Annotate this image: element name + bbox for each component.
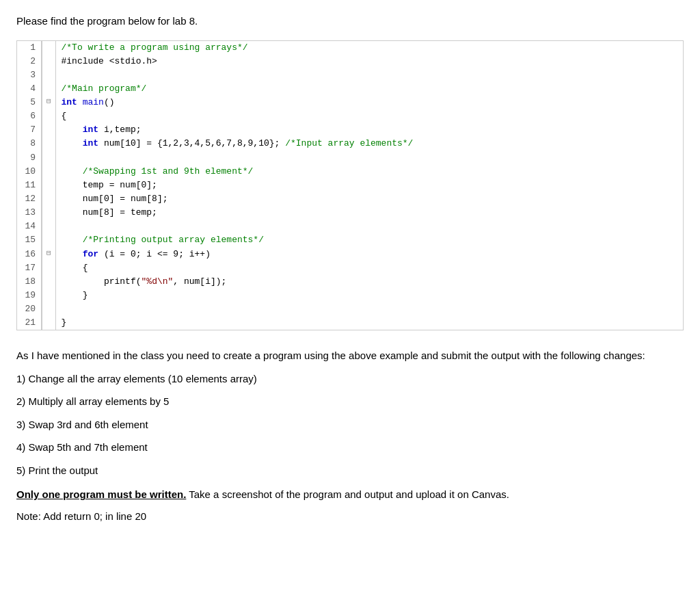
line-code: for (i = 0; i <= 9; i++) xyxy=(55,248,683,261)
line-gutter xyxy=(42,151,55,165)
line-number: 12 xyxy=(17,192,42,206)
code-line: 12 num[0] = num[8]; xyxy=(17,192,683,206)
line-code: printf("%d\n", num[i]); xyxy=(55,275,683,289)
line-gutter xyxy=(42,261,55,275)
code-line: 15 /*Printing output array elements*/ xyxy=(17,233,683,247)
line-gutter xyxy=(42,302,55,316)
line-number: 15 xyxy=(17,233,42,247)
line-number: 16 xyxy=(17,248,42,261)
line-code: int num[10] = {1,2,3,4,5,6,7,8,9,10}; /*… xyxy=(55,137,683,150)
task-2: 2) Multiply all array elements by 5 xyxy=(16,393,684,410)
line-number: 19 xyxy=(17,289,42,302)
line-code: { xyxy=(55,261,683,275)
line-number: 21 xyxy=(17,316,42,330)
line-code: /*Printing output array elements*/ xyxy=(55,233,683,247)
task-3: 3) Swap 3rd and 6th element xyxy=(16,416,684,434)
code-line: 8 int num[10] = {1,2,3,4,5,6,7,8,9,10}; … xyxy=(17,137,683,150)
code-line: 17 { xyxy=(17,261,683,275)
code-line: 5⊟int main() xyxy=(17,96,683,109)
line-code: /*To write a program using arrays*/ xyxy=(55,41,683,55)
line-gutter xyxy=(42,206,55,220)
line-code xyxy=(55,151,683,165)
line-code: /*Swapping 1st and 9th element*/ xyxy=(55,165,683,179)
line-gutter xyxy=(42,289,55,302)
line-code xyxy=(55,302,683,316)
line-number: 10 xyxy=(17,165,42,179)
note-line: Note: Add return 0; in line 20 xyxy=(16,510,684,522)
instruction-rest: Take a screenshot of the program and out… xyxy=(186,488,509,500)
line-number: 9 xyxy=(17,151,42,165)
line-code: temp = num[0]; xyxy=(55,179,683,192)
line-code: int i,temp; xyxy=(55,123,683,137)
line-gutter xyxy=(42,192,55,206)
line-number: 2 xyxy=(17,55,42,68)
code-line: 19 } xyxy=(17,289,683,302)
instruction-bold: Only one program must be written. xyxy=(16,488,186,500)
line-gutter xyxy=(42,123,55,137)
code-line: 14 xyxy=(17,220,683,233)
line-number: 20 xyxy=(17,302,42,316)
line-gutter xyxy=(42,68,55,82)
code-line: 1/*To write a program using arrays*/ xyxy=(17,41,683,55)
line-number: 6 xyxy=(17,109,42,123)
line-number: 11 xyxy=(17,179,42,192)
line-gutter xyxy=(42,233,55,247)
line-code: int main() xyxy=(55,96,683,109)
line-gutter: ⊟ xyxy=(42,96,55,109)
line-code: num[8] = temp; xyxy=(55,206,683,220)
code-line: 18 printf("%d\n", num[i]); xyxy=(17,275,683,289)
line-code: { xyxy=(55,109,683,123)
line-gutter xyxy=(42,316,55,330)
line-gutter xyxy=(42,179,55,192)
line-number: 14 xyxy=(17,220,42,233)
code-line: 16⊟ for (i = 0; i <= 9; i++) xyxy=(17,248,683,261)
code-line: 11 temp = num[0]; xyxy=(17,179,683,192)
line-code: } xyxy=(55,289,683,302)
description-block: As I have mentioned in the class you nee… xyxy=(16,347,684,479)
line-code: num[0] = num[8]; xyxy=(55,192,683,206)
code-line: 6{ xyxy=(17,109,683,123)
line-gutter xyxy=(42,137,55,150)
line-gutter xyxy=(42,82,55,96)
line-number: 4 xyxy=(17,82,42,96)
code-block: 1/*To write a program using arrays*/2#in… xyxy=(16,40,684,331)
task-1: 1) Change all the array elements (10 ele… xyxy=(16,370,684,388)
description-text: As I have mentioned in the class you nee… xyxy=(16,347,684,365)
code-line: 9 xyxy=(17,151,683,165)
line-number: 7 xyxy=(17,123,42,137)
line-number: 13 xyxy=(17,206,42,220)
line-number: 17 xyxy=(17,261,42,275)
line-gutter xyxy=(42,41,55,55)
line-gutter xyxy=(42,109,55,123)
line-gutter xyxy=(42,275,55,289)
line-number: 5 xyxy=(17,96,42,109)
line-gutter xyxy=(42,55,55,68)
code-line: 10 /*Swapping 1st and 9th element*/ xyxy=(17,165,683,179)
line-code: /*Main program*/ xyxy=(55,82,683,96)
line-number: 3 xyxy=(17,68,42,82)
task-4: 4) Swap 5th and 7th element xyxy=(16,439,684,456)
code-line: 21} xyxy=(17,316,683,330)
line-gutter: ⊟ xyxy=(42,248,55,261)
line-number: 1 xyxy=(17,41,42,55)
instruction-line: Only one program must be written. Take a… xyxy=(16,486,684,503)
code-line: 2#include <stdio.h> xyxy=(17,55,683,68)
code-line: 20 xyxy=(17,302,683,316)
task-5: 5) Print the output xyxy=(16,462,684,480)
code-table: 1/*To write a program using arrays*/2#in… xyxy=(17,41,683,330)
line-code: #include <stdio.h> xyxy=(55,55,683,68)
line-code xyxy=(55,220,683,233)
line-number: 18 xyxy=(17,275,42,289)
intro-text: Please find the program below for lab 8. xyxy=(16,14,684,29)
line-gutter xyxy=(42,165,55,179)
code-line: 3 xyxy=(17,68,683,82)
code-line: 7 int i,temp; xyxy=(17,123,683,137)
code-line: 4/*Main program*/ xyxy=(17,82,683,96)
line-number: 8 xyxy=(17,137,42,150)
line-gutter xyxy=(42,220,55,233)
code-line: 13 num[8] = temp; xyxy=(17,206,683,220)
line-code xyxy=(55,68,683,82)
line-code: } xyxy=(55,316,683,330)
